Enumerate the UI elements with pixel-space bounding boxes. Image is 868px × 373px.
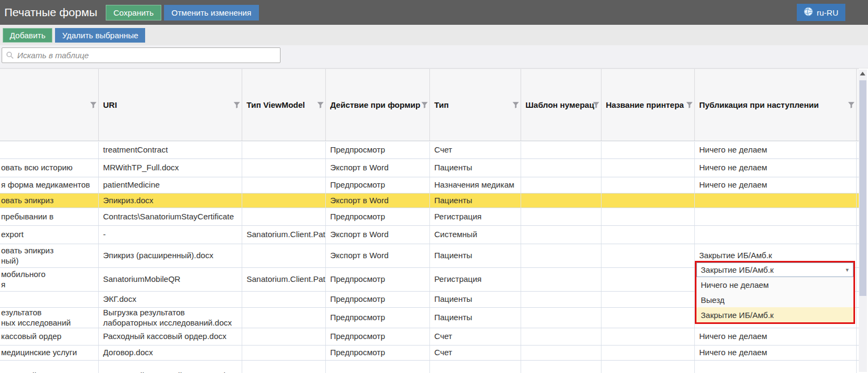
cell-type[interactable]: Регистрация <box>430 208 521 225</box>
cell-printer[interactable] <box>602 268 695 291</box>
cell-uri[interactable]: Эпикриз (расширенный).docx <box>99 244 242 267</box>
add-button[interactable]: Добавить <box>3 28 52 43</box>
cell-number-template[interactable] <box>521 268 602 291</box>
filter-icon[interactable] <box>592 101 600 109</box>
cell-publication[interactable] <box>695 208 857 225</box>
cell-viewmodel[interactable] <box>242 208 326 225</box>
cell-number-template[interactable] <box>521 159 602 177</box>
table-row[interactable]: медицинские услугиДоговор.docxПредпросмо… <box>0 346 859 361</box>
cell-printer[interactable] <box>602 194 695 208</box>
column-header-name[interactable] <box>0 69 99 141</box>
publication-select[interactable]: Закрытие ИБ/Амб.к ▼ <box>696 263 853 277</box>
cell-action[interactable]: Экспорт в Word <box>326 226 430 244</box>
cell-printer[interactable] <box>602 346 695 360</box>
cell-type[interactable]: Счет <box>430 361 521 373</box>
filter-icon[interactable] <box>90 101 97 109</box>
cell-action[interactable]: Предпросмотр <box>326 292 430 307</box>
cell-number-template[interactable] <box>521 226 602 244</box>
table-row[interactable]: export-Sanatorium.Client.PatЭкспорт в Wo… <box>0 226 859 244</box>
publication-option[interactable]: Ничего не делаем <box>696 277 853 292</box>
cell-action[interactable]: Предпросмотр <box>326 328 430 345</box>
cell-type[interactable]: Регистрация <box>430 268 521 291</box>
cell-viewmodel[interactable] <box>242 194 326 208</box>
cell-action[interactable]: Экспорт в Word <box>326 159 430 177</box>
cell-printer[interactable] <box>602 244 695 267</box>
cell-viewmodel[interactable] <box>242 361 326 373</box>
cell-action[interactable]: Предпросмотр <box>326 208 430 225</box>
cell-uri[interactable]: Contracts\SanatoriumStayCertificate <box>99 208 242 225</box>
cell-viewmodel[interactable] <box>242 142 326 158</box>
cell-action[interactable]: Экспорт в Word <box>326 244 430 267</box>
cell-printer[interactable] <box>602 226 695 244</box>
cell-publication[interactable]: Ничего не делаем <box>695 328 857 345</box>
cell-type[interactable]: Счет <box>430 346 521 360</box>
search-box[interactable] <box>2 47 281 63</box>
cell-viewmodel[interactable] <box>242 346 326 360</box>
column-header-printer[interactable]: Название принтера <box>602 69 695 141</box>
publication-option[interactable]: Закрытие ИБ/Амб.к <box>696 307 853 322</box>
cell-printer[interactable] <box>602 177 695 193</box>
column-header-uri[interactable]: URI <box>99 69 242 141</box>
table-row[interactable]: я форма медикаментовpatientMedicineПредп… <box>0 177 859 194</box>
table-row[interactable]: кассовый документРасходный кассовый доку… <box>0 361 859 373</box>
cell-type[interactable]: Счет <box>430 328 521 345</box>
cell-action[interactable]: Экспорт в Word <box>326 194 430 208</box>
cell-printer[interactable] <box>602 208 695 225</box>
cell-printer[interactable] <box>602 361 695 373</box>
cell-type[interactable]: Назначения медикам <box>430 177 521 193</box>
cell-printer[interactable] <box>602 159 695 177</box>
cell-type[interactable]: Пациенты <box>430 244 521 267</box>
cell-uri[interactable]: treatmentContract <box>99 142 242 158</box>
cell-name[interactable]: овать эпикриз ный) <box>0 244 99 267</box>
cell-uri[interactable]: MRWithTP_Full.docx <box>99 159 242 177</box>
scrollbar-thumb[interactable] <box>859 80 866 296</box>
cell-viewmodel[interactable]: Sanatorium.Client.Pat <box>242 226 326 244</box>
cell-type[interactable]: Пациенты <box>430 308 521 328</box>
cell-action[interactable]: Предпросмотр <box>326 361 430 373</box>
cell-name[interactable]: езультатов ных исследований <box>0 308 99 328</box>
cell-number-template[interactable] <box>521 208 602 225</box>
save-button[interactable]: Сохранить <box>106 5 161 20</box>
cell-name[interactable]: овать всю историю <box>0 159 99 177</box>
table-row-selected[interactable]: овать эпикризЭпикриз.docxЭкспорт в WordП… <box>0 194 859 208</box>
cell-name[interactable] <box>0 292 99 307</box>
cell-name[interactable]: пребывании в <box>0 208 99 225</box>
cell-type[interactable]: Пациенты <box>430 159 521 177</box>
filter-icon[interactable] <box>686 101 693 109</box>
cell-printer[interactable] <box>602 308 695 328</box>
cell-name[interactable]: я форма медикаментов <box>0 177 99 193</box>
cell-number-template[interactable] <box>521 361 602 373</box>
cell-number-template[interactable] <box>521 194 602 208</box>
cell-uri[interactable]: patientMedicine <box>99 177 242 193</box>
cell-viewmodel[interactable] <box>242 244 326 267</box>
cell-uri[interactable]: Выгрузка результатов лабораторных исслед… <box>99 308 242 328</box>
cell-printer[interactable] <box>602 328 695 345</box>
cell-publication[interactable] <box>695 194 857 208</box>
cell-number-template[interactable] <box>521 346 602 360</box>
cell-name[interactable]: медицинские услуги <box>0 346 99 360</box>
column-header-action[interactable]: Действие при формир <box>326 69 430 141</box>
cell-action[interactable]: Предпросмотр <box>326 142 430 158</box>
cell-action[interactable]: Предпросмотр <box>326 346 430 360</box>
table-row[interactable]: кассовый ордерРасходный кассовый ордер.d… <box>0 328 859 346</box>
cell-viewmodel[interactable] <box>242 292 326 307</box>
cell-uri[interactable]: Расходный кассовый ордер.docx <box>99 328 242 345</box>
filter-icon[interactable] <box>512 101 520 109</box>
cell-uri[interactable]: ЭКГ.docx <box>99 292 242 307</box>
cell-uri[interactable]: SanatoriumMobileQR <box>99 268 242 291</box>
cell-type[interactable]: Системный <box>430 226 521 244</box>
vertical-scrollbar[interactable] <box>859 70 867 372</box>
cell-type[interactable]: Счет <box>430 142 521 158</box>
cell-number-template[interactable] <box>521 292 602 307</box>
cell-name[interactable]: мобильного я <box>0 268 99 291</box>
cell-uri[interactable]: Эпикриз.docx <box>99 194 242 208</box>
scroll-up-icon[interactable] <box>860 72 865 75</box>
cell-uri[interactable]: Расходный кассовый документ.docx <box>99 361 242 373</box>
cell-number-template[interactable] <box>521 328 602 345</box>
cell-name[interactable]: кассовый документ <box>0 361 99 373</box>
cell-type[interactable]: Пациенты <box>430 292 521 307</box>
cell-uri[interactable]: Договор.docx <box>99 346 242 360</box>
cell-viewmodel[interactable] <box>242 177 326 193</box>
cell-viewmodel[interactable] <box>242 159 326 177</box>
cell-name[interactable]: export <box>0 226 99 244</box>
